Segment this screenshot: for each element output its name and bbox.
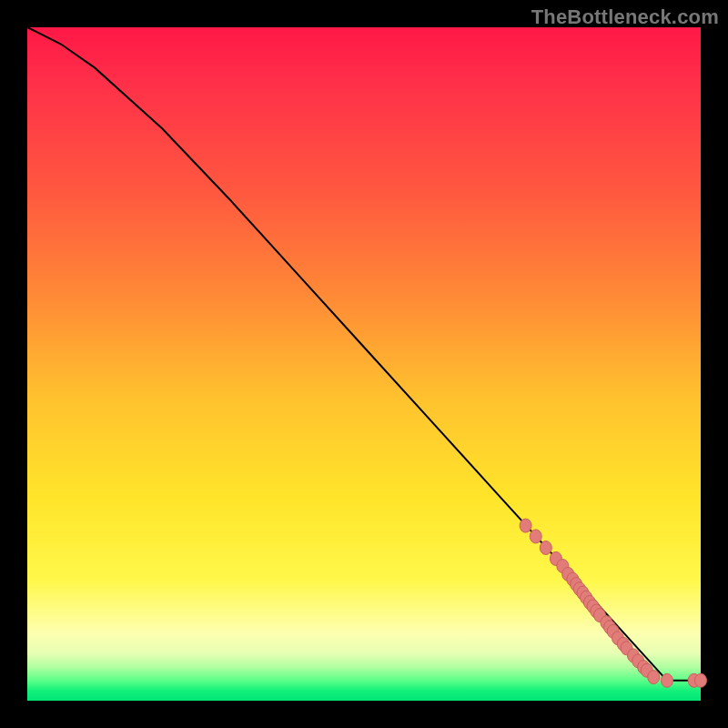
data-point [648,671,660,684]
chart-overlay [27,27,701,701]
data-point [662,673,673,687]
data-point [530,530,541,543]
data-point [695,673,707,687]
watermark-text: TheBottleneck.com [531,5,719,29]
data-point [540,541,551,555]
scatter-cluster [520,519,706,687]
data-point [520,519,531,532]
chart-frame: TheBottleneck.com [0,0,728,728]
plot-area [27,27,701,701]
